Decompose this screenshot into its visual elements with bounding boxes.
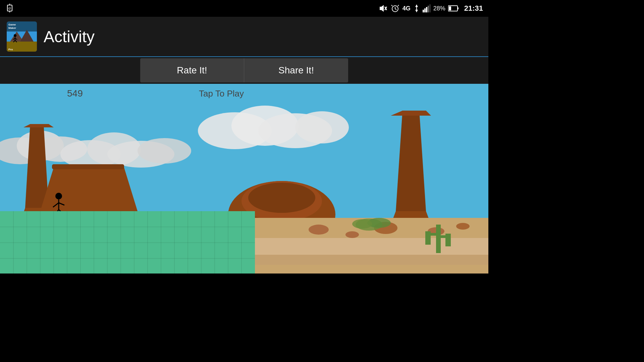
status-icons: 4G 28% 21:31 [378, 4, 483, 13]
notification-area: @ [5, 2, 17, 14]
action-bar: Rate It! Share It! [0, 57, 488, 84]
game-scene: 549 Tap To Play [0, 84, 488, 274]
app-bar: Game Maker Pro Activity [0, 17, 488, 57]
network-label: 4G [402, 5, 411, 12]
svg-point-55 [55, 193, 62, 199]
svg-rect-54 [52, 164, 124, 169]
score-text: 549 [67, 88, 83, 99]
svg-point-74 [456, 223, 470, 230]
svg-point-70 [309, 225, 329, 235]
battery-percent: 28% [433, 5, 445, 12]
app-icon-svg: Game Maker Pro [7, 21, 37, 52]
status-time: 21:31 [464, 4, 483, 13]
svg-rect-89 [436, 225, 441, 253]
svg-text:@: @ [8, 7, 11, 10]
svg-point-63 [248, 183, 315, 213]
notification-icon: @ [5, 2, 17, 14]
game-area[interactable]: 549 Tap To Play [0, 84, 488, 274]
svg-marker-12 [415, 4, 418, 7]
svg-point-44 [138, 138, 191, 164]
svg-rect-16 [424, 8, 426, 12]
svg-point-71 [345, 231, 359, 238]
data-arrows-icon [413, 4, 420, 13]
status-bar: @ 4G [0, 0, 488, 17]
svg-rect-15 [423, 10, 424, 12]
tap-to-play-text: Tap To Play [199, 88, 244, 99]
svg-point-28 [14, 34, 16, 37]
alarm-icon [390, 4, 400, 13]
svg-rect-19 [429, 4, 431, 12]
svg-rect-21 [458, 7, 459, 9]
svg-rect-91 [425, 231, 431, 245]
svg-line-10 [391, 5, 392, 6]
svg-text:Game: Game [8, 23, 16, 26]
rate-button[interactable]: Rate It! [140, 58, 244, 82]
svg-rect-22 [449, 6, 451, 10]
svg-rect-18 [428, 6, 429, 12]
svg-rect-69 [255, 255, 488, 265]
svg-rect-90 [430, 233, 436, 236]
svg-marker-13 [415, 10, 418, 12]
svg-text:Maker: Maker [8, 26, 16, 29]
svg-rect-17 [426, 7, 427, 12]
svg-rect-92 [440, 235, 446, 238]
svg-point-48 [295, 111, 349, 143]
svg-rect-94 [0, 211, 255, 274]
battery-icon [448, 5, 459, 12]
signal-icon [423, 4, 431, 12]
svg-rect-93 [445, 234, 451, 246]
svg-line-11 [398, 5, 399, 6]
svg-line-9 [395, 9, 396, 10]
svg-marker-52 [40, 168, 138, 211]
app-icon: Game Maker Pro [7, 21, 37, 52]
share-button[interactable]: Share It! [244, 58, 348, 82]
svg-text:Pro: Pro [8, 48, 13, 51]
app-title: Activity [44, 27, 95, 46]
svg-marker-4 [380, 5, 384, 12]
svg-point-77 [352, 219, 372, 229]
svg-rect-14 [416, 7, 417, 10]
action-buttons-container: Rate It! Share It! [140, 58, 348, 82]
mute-icon [378, 4, 388, 13]
